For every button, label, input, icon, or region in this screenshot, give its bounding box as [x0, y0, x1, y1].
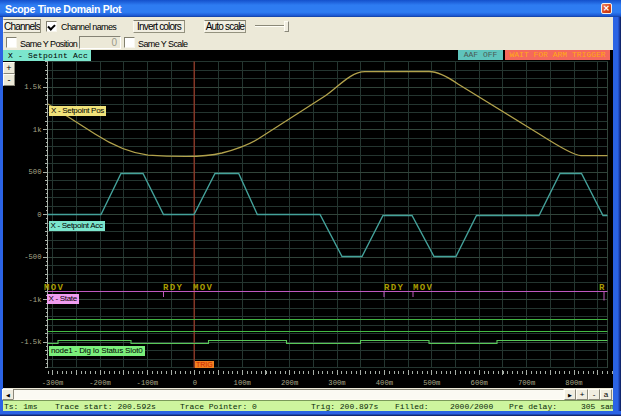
svg-text:0: 0 [37, 211, 41, 219]
svg-text:100m: 100m [234, 379, 251, 387]
svg-text:200m: 200m [281, 379, 298, 387]
svg-text:-500: -500 [24, 253, 41, 261]
svg-text:-1k: -1k [29, 296, 42, 304]
svg-text:-200m: -200m [89, 379, 111, 387]
svg-text:800m: 800m [565, 379, 582, 387]
svg-text:600m: 600m [471, 379, 488, 387]
svg-text:-300m: -300m [42, 379, 64, 387]
svg-text:-100m: -100m [137, 379, 159, 387]
svg-text:-1.5k: -1.5k [20, 338, 42, 346]
svg-text:1.5k: 1.5k [24, 83, 41, 91]
svg-text:300m: 300m [328, 379, 345, 387]
svg-text:400m: 400m [376, 379, 393, 387]
svg-text:700m: 700m [518, 379, 535, 387]
svg-text:500m: 500m [423, 379, 440, 387]
svg-text:0: 0 [193, 379, 197, 387]
svg-text:1k: 1k [33, 126, 42, 134]
svg-text:500: 500 [29, 168, 42, 176]
